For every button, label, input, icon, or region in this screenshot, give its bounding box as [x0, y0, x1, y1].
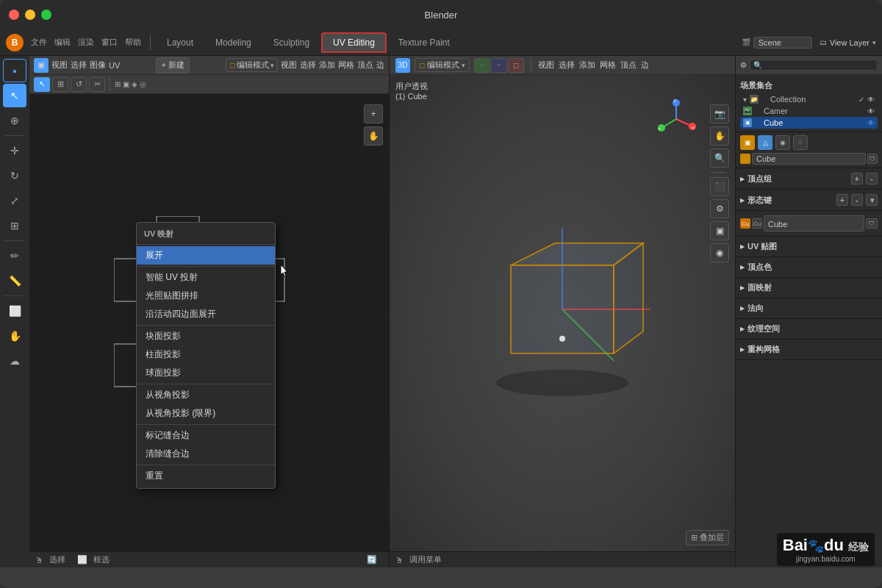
menu-item-unwrap[interactable]: 展开	[137, 246, 275, 265]
pan-btn[interactable]: ✋	[364, 126, 383, 146]
menu-item-follow-active[interactable]: 沿活动四边面展开	[137, 305, 275, 323]
sidebar-add-cube[interactable]: ⬜	[3, 299, 26, 323]
shape-keys-down[interactable]: ▾	[866, 194, 878, 206]
viewport-menu-vertex[interactable]: 顶点	[620, 60, 637, 71]
viewport-menu-mesh[interactable]: 网格	[600, 60, 616, 71]
shield-icon[interactable]: 🛡	[867, 154, 878, 164]
menu-render[interactable]: 渲染	[75, 37, 97, 48]
viewport-menu-add[interactable]: 添加	[579, 60, 595, 71]
tab-layout[interactable]: Layout	[157, 32, 204, 53]
status-rotate-icon[interactable]: 🔄	[367, 555, 377, 564]
uv-icon-shield[interactable]: 🛡	[866, 218, 878, 229]
sidebar-cursor-tool[interactable]: ⊕	[3, 109, 26, 132]
menu-item-reset[interactable]: 重置	[137, 467, 275, 485]
menu-item-clear-seam[interactable]: 清除缝合边	[137, 445, 275, 463]
uv-mode-btn[interactable]: ▣	[34, 58, 49, 73]
vertex-groups-header[interactable]: ▸ 顶点组 + -	[740, 171, 878, 186]
uv-viewport-menu-mesh[interactable]: 网格	[338, 60, 354, 71]
sidebar-smooth-tool[interactable]: ☁	[3, 349, 26, 373]
uv-viewport-menu-view[interactable]: 视图	[281, 60, 297, 71]
vertex-colors-header[interactable]: ▸ 顶点色	[740, 260, 878, 274]
shape-keys-header[interactable]: ▸ 形态键 + - ▾	[740, 193, 878, 207]
sidebar-move-tool[interactable]: ✛	[3, 139, 26, 162]
uv-menu-select[interactable]: 选择	[71, 60, 87, 71]
uv-tool-2[interactable]: ⊞	[52, 77, 68, 92]
sidebar-select-tool[interactable]: ↖	[3, 84, 26, 107]
outliner-collection[interactable]: ▾ 📁 Collection ✓ 👁	[740, 93, 878, 105]
toolbar-mat[interactable]: ⚙	[710, 199, 729, 218]
collection-visibility[interactable]: ✓	[858, 96, 864, 104]
prop-icon-object[interactable]: ▣	[740, 135, 755, 150]
uv-menu-view[interactable]: 视图	[51, 60, 68, 71]
sidebar-annotate-tool[interactable]: ✏	[3, 244, 26, 268]
new-image-btn[interactable]: + 新建	[156, 57, 189, 74]
maximize-button[interactable]	[41, 10, 51, 20]
toolbar-zoom[interactable]: 🔍	[710, 148, 729, 168]
cube-eye[interactable]: 👁	[867, 119, 875, 127]
uv-maps-header[interactable]: ▸ UV 贴图	[740, 240, 878, 254]
scene-input[interactable]	[753, 37, 812, 49]
menu-item-project-view-bounds[interactable]: 从视角投影 (限界)	[137, 404, 275, 423]
menu-item-lightmap[interactable]: 光照贴图拼排	[137, 287, 275, 305]
toolbar-wire[interactable]: ▣	[710, 221, 729, 240]
uv-edit-mode-dropdown[interactable]: ◻ 编辑模式 ▾	[226, 58, 278, 72]
tab-texture-paint[interactable]: Texture Paint	[388, 32, 460, 53]
close-button[interactable]	[9, 10, 19, 20]
outliner-camera[interactable]: 📷 Camer 👁	[740, 105, 878, 117]
vertex-groups-add[interactable]: +	[851, 173, 863, 184]
viewport-menu-view[interactable]: 视图	[538, 60, 554, 71]
uv-viewport-menu-vertex[interactable]: 顶点	[357, 60, 373, 71]
menu-file[interactable]: 文件	[28, 37, 50, 48]
uv-tool-3[interactable]: ↺	[71, 77, 87, 92]
menu-item-project-view[interactable]: 从视角投影	[137, 386, 275, 404]
tab-uv-editing[interactable]: UV Editing	[321, 32, 387, 53]
uv-menu-uv[interactable]: UV	[109, 61, 120, 70]
uv-viewport-menu-add[interactable]: 添加	[319, 60, 335, 71]
tab-modeling[interactable]: Modeling	[205, 32, 262, 53]
viewport-menu-edge[interactable]: 边	[641, 60, 649, 71]
zoom-in-btn[interactable]: +	[364, 104, 383, 123]
scene-options-btn[interactable]: ⚙	[740, 61, 747, 69]
uv-viewport-menu-select[interactable]: 选择	[300, 60, 316, 71]
uv-canvas[interactable]: ↖ ⊞ ↺ ✂ ⊞ ▣ ◈ ◎ + ✋	[29, 75, 389, 551]
uv-select-tool-active[interactable]: ↖	[34, 77, 50, 92]
toolbar-render[interactable]: ⬛	[710, 177, 729, 196]
prop-icon-particles[interactable]: ⁘	[793, 135, 808, 150]
status-select-icon[interactable]: 🖱	[35, 556, 43, 564]
sidebar-measure-tool[interactable]: 📏	[3, 269, 26, 293]
outliner-search[interactable]	[750, 60, 878, 71]
face-select-mode[interactable]: ◻	[508, 58, 524, 73]
status-box-icon[interactable]: ⬜	[77, 555, 87, 564]
menu-item-smart-uv[interactable]: 智能 UV 投射	[137, 268, 275, 287]
vertex-groups-remove[interactable]: -	[866, 173, 878, 184]
minimize-button[interactable]	[25, 10, 35, 20]
prop-icon-material[interactable]: ◉	[775, 135, 790, 150]
viewport-mode-btn[interactable]: 3D	[395, 58, 410, 73]
menu-item-mark-seam[interactable]: 标记缝合边	[137, 426, 275, 445]
uv-menu-image[interactable]: 图像	[90, 60, 106, 71]
menu-item-sphere-proj[interactable]: 球面投影	[137, 364, 275, 382]
menu-help[interactable]: 帮助	[122, 37, 144, 48]
sidebar-rotate-tool[interactable]: ↻	[3, 164, 26, 187]
shape-keys-add[interactable]: +	[836, 194, 848, 206]
collection-eye[interactable]: 👁	[867, 96, 875, 104]
shape-keys-remove[interactable]: -	[851, 194, 863, 206]
remesh-header[interactable]: ▸ 重构网格	[740, 343, 878, 356]
sidebar-transform-tool[interactable]: ⊞	[3, 214, 26, 237]
tab-sculpting[interactable]: Sculpting	[263, 32, 320, 53]
sidebar-mode-icon[interactable]: ●	[3, 59, 26, 82]
normals-header[interactable]: ▸ 法向	[740, 301, 878, 315]
viewport-canvas[interactable]: 用户透视 (1) Cube 📷 ✋ 🔍 ⬛ ⚙ ▣ ◉	[390, 75, 735, 567]
overlay-btn[interactable]: ⊞ 叠加层	[686, 530, 729, 545]
toolbar-solid[interactable]: ◉	[710, 243, 729, 262]
uv-viewport-menu-edge[interactable]: 边	[376, 60, 384, 71]
edit-mode-dropdown[interactable]: ◻ 编辑模式 ▾	[415, 58, 470, 72]
object-name-display[interactable]: Cube	[752, 153, 866, 165]
sidebar-scale-tool[interactable]: ⤢	[3, 189, 26, 212]
toolbar-camera[interactable]: 📷	[710, 104, 729, 123]
menu-item-cylinder-proj[interactable]: 柱面投影	[137, 345, 275, 364]
viewport-menu-select[interactable]: 选择	[559, 60, 575, 71]
menu-window[interactable]: 窗口	[98, 37, 121, 48]
vertex-select-mode[interactable]: ·	[474, 58, 490, 73]
edge-select-mode[interactable]: −	[491, 58, 507, 73]
